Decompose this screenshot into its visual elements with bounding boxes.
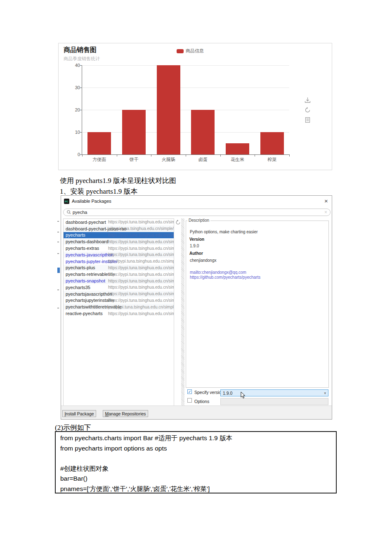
gridline bbox=[82, 132, 289, 133]
options-input[interactable] bbox=[220, 398, 328, 405]
package-repo-url: ttps://pypi.tuna.tsinghua.edu.cn/simple/ bbox=[108, 259, 174, 263]
package-row[interactable]: pyechartshttps://pypi.tuna.tsinghua.edu.… bbox=[64, 232, 174, 239]
x-axis-label: 花生米 bbox=[220, 157, 255, 163]
bar-花生米 bbox=[226, 143, 249, 154]
save-image-icon[interactable] bbox=[305, 97, 311, 103]
package-row[interactable]: pyecharts-extrashttps://pypi.tuna.tsingh… bbox=[64, 245, 174, 251]
package-row[interactable]: pyecharts-snapshothttps://pypi.tuna.tsin… bbox=[64, 278, 174, 284]
specify-version-checkbox[interactable]: ✓ bbox=[187, 389, 192, 394]
pycharm-icon: PC bbox=[64, 199, 69, 204]
author-mailto-link[interactable]: mailto:chenjiandongx@qq.com bbox=[190, 270, 246, 275]
package-repo-url: https://pypi.tuna.tsinghua.edu.cn/simple… bbox=[108, 246, 174, 251]
package-name: dashboard-pyechart-jason-rao bbox=[66, 226, 110, 231]
options-checkbox[interactable] bbox=[187, 398, 192, 403]
package-repo-url: https://pypi.tuna.tsinghua.edu.cn/simple… bbox=[108, 233, 174, 237]
package-name: pyecharts-plus bbox=[66, 265, 108, 270]
version-label: Version bbox=[189, 237, 204, 242]
package-name: pyecharts35 bbox=[66, 285, 108, 290]
package-name: pyechartsjupyterinstaller bbox=[66, 298, 108, 303]
package-row[interactable]: pyecharts35https://pypi.tuna.tsinghua.ed… bbox=[64, 284, 174, 291]
manage-repositories-label: Manage Repositories bbox=[105, 411, 146, 416]
package-repo-url: https://pypi.tuna.tsinghua.edu.cn/simple… bbox=[108, 292, 174, 296]
package-repo-url: //pypi.tuna.tsinghua.edu.cn/simple/ bbox=[110, 226, 174, 231]
install-package-label: Install Package bbox=[64, 411, 94, 416]
data-view-icon[interactable] bbox=[305, 117, 311, 123]
y-axis-tick bbox=[80, 65, 82, 66]
package-repo-url: https://pypi.tuna.tsinghua.edu.cn/simple… bbox=[108, 285, 174, 289]
package-name: reactive-pyecharts bbox=[66, 311, 108, 316]
package-row[interactable]: pyecharts-plushttps://pypi.tuna.tsinghua… bbox=[64, 265, 174, 271]
package-repo-url: https://pypi.tuna.tsinghua.edu.cn/simple… bbox=[108, 220, 174, 224]
bar-火腿肠 bbox=[157, 65, 180, 154]
package-row[interactable]: dashboard-pyecharthttps://pypi.tuna.tsin… bbox=[64, 219, 174, 225]
search-input[interactable]: pyecha × bbox=[63, 209, 331, 216]
bar-卤蛋 bbox=[191, 110, 215, 154]
code-line: from pyecharts import options as opts bbox=[60, 444, 336, 454]
reload-packages-icon[interactable] bbox=[175, 220, 181, 225]
x-axis-tick bbox=[289, 154, 290, 157]
description-panel-label: Description bbox=[187, 218, 210, 223]
dialog-titlebar[interactable]: PC Available Packages × bbox=[61, 196, 332, 207]
author-value: chenjiandongx bbox=[190, 258, 217, 263]
manage-repositories-button[interactable]: Manage Repositories bbox=[103, 410, 148, 417]
clear-search-icon[interactable]: × bbox=[324, 209, 327, 215]
gridline bbox=[82, 88, 289, 88]
x-axis-tick bbox=[82, 154, 83, 157]
y-axis-label: 20 bbox=[75, 107, 80, 112]
package-repo-url: https://pypi.tuna.tsinghua.edu.cn/simple… bbox=[108, 298, 174, 303]
code-line bbox=[60, 453, 336, 464]
close-icon[interactable]: × bbox=[324, 197, 328, 205]
version-select-value: 1.9.0 bbox=[223, 391, 324, 396]
code-line: bar=Bar() bbox=[60, 474, 336, 484]
y-axis-label: 40 bbox=[75, 63, 80, 68]
code-line: pnames=['方便面','饼干','火腿肠','卤蛋','花生米','榨菜'… bbox=[60, 484, 336, 494]
package-row[interactable]: pyecharts-javascripthonhttps://pypi.tuna… bbox=[64, 251, 174, 258]
paragraph-usage: 使用 pyecharts1.9 版本呈现柱状对比图 bbox=[60, 176, 176, 185]
legend-item[interactable]: 商品信息 bbox=[177, 48, 204, 54]
project-github-link[interactable]: https://github.com/pyecharts/pyecharts bbox=[190, 275, 260, 280]
package-row[interactable]: pyechartsjupyterinstallerhttps://pypi.tu… bbox=[64, 297, 174, 304]
edge-blue-mark bbox=[57, 268, 60, 273]
search-value: pyecha bbox=[73, 210, 323, 215]
package-repo-url: https://pypi.tuna.tsinghua.edu.cn/simple… bbox=[108, 266, 174, 270]
package-name: pyecharts-snapshot bbox=[66, 278, 108, 283]
y-axis-tick bbox=[80, 110, 82, 110]
bar-plot-area: 010203040方便面饼干火腿肠卤蛋花生米榨菜 bbox=[82, 65, 289, 154]
x-axis-label: 火腿肠 bbox=[151, 157, 186, 163]
package-row[interactable]: pyecharts-jupyter-installerttps://pypi.t… bbox=[64, 258, 174, 265]
package-name: pyechartsjavascripthon bbox=[66, 292, 108, 296]
package-row[interactable]: dashboard-pyechart-jason-rao//pypi.tuna.… bbox=[64, 225, 174, 232]
package-row[interactable]: pyecharts-retrievabletitlehttps://pypi.t… bbox=[64, 271, 174, 278]
package-list: dashboard-pyecharthttps://pypi.tuna.tsin… bbox=[63, 218, 174, 407]
screenshot-edge-strip bbox=[57, 195, 60, 420]
pane-splitter[interactable] bbox=[181, 218, 184, 407]
package-name: pyecharts-extras bbox=[66, 246, 108, 251]
code-line: from pyecharts.charts import Bar #适用于 py… bbox=[60, 433, 336, 444]
package-name: pyecharts bbox=[66, 232, 108, 237]
bar-方便面 bbox=[87, 132, 111, 154]
chevron-down-icon: ▾ bbox=[324, 391, 326, 395]
chart-subtitle: 商品季度销售统计 bbox=[64, 56, 100, 62]
x-axis-label: 方便面 bbox=[82, 157, 117, 163]
version-select[interactable]: 1.9.0 ▾ bbox=[220, 389, 328, 396]
package-repo-url: https://pypi.tuna.tsinghua.edu.cn/simple… bbox=[108, 252, 174, 257]
dialog-title: Available Packages bbox=[72, 199, 111, 204]
package-name: pyecharts-dashboard bbox=[66, 239, 108, 244]
package-repo-url: https://pypi.tuna.tsinghua.edu.cn/simple… bbox=[108, 279, 174, 283]
chart-title: 商品销售图 bbox=[64, 46, 97, 55]
install-package-button[interactable]: Install Package bbox=[62, 410, 96, 417]
x-axis-label: 卤蛋 bbox=[186, 157, 220, 163]
package-row[interactable]: pyecharts-dashboardhttps://pypi.tuna.tsi… bbox=[64, 238, 174, 245]
package-summary: Python options, make charting easier bbox=[190, 230, 258, 234]
available-packages-dialog: PC Available Packages × pyecha × dashboa… bbox=[61, 195, 332, 420]
package-row[interactable]: pyechartswithtitleretrievableps://pypi.t… bbox=[64, 304, 174, 310]
paragraph-install-step: 1、安装 pyecharts1.9 版本 bbox=[60, 187, 137, 196]
y-axis-tick bbox=[80, 132, 82, 133]
bar-榨菜 bbox=[260, 132, 284, 154]
legend-marker bbox=[177, 49, 184, 53]
y-axis-label: 0 bbox=[78, 152, 80, 157]
package-repo-url: https://pypi.tuna.tsinghua.edu.cn/simple… bbox=[108, 240, 174, 244]
refresh-icon[interactable] bbox=[305, 107, 311, 113]
package-row[interactable]: reactive-pyechartshttps://pypi.tuna.tsin… bbox=[64, 310, 174, 317]
package-row[interactable]: pyechartsjavascripthonhttps://pypi.tuna.… bbox=[64, 291, 174, 297]
